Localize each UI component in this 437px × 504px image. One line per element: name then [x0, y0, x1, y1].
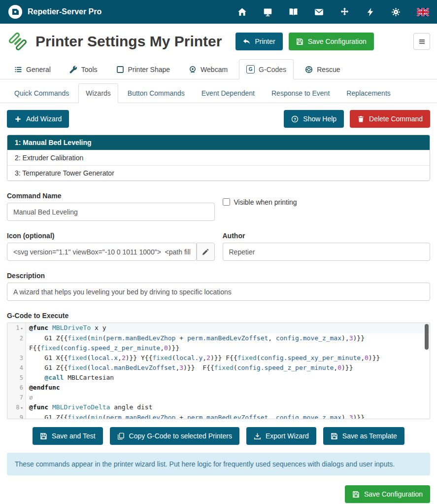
tab-label: Printer Shape: [128, 66, 170, 73]
wizard-list-item[interactable]: 2: Extruder Calibration: [7, 150, 430, 165]
app-brand[interactable]: Repetier-Server Pro: [8, 4, 101, 19]
nav-messages-button[interactable]: [314, 7, 324, 17]
pencil-icon: [202, 248, 209, 256]
code-line[interactable]: G1 Z{{fixed(min(perm.manBedLevZhop + per…: [26, 333, 430, 353]
wizard-toolbar: Add Wizard Show Help Delete Command: [0, 110, 437, 128]
button-label: Save and Test: [52, 432, 95, 440]
wizard-list-item[interactable]: 1: Manual Bed Leveling: [7, 135, 430, 150]
code-line[interactable]: ø: [26, 393, 430, 402]
tab-rescue[interactable]: Rescue: [298, 59, 347, 79]
bolt-icon: [366, 7, 375, 17]
export-wizard-button[interactable]: Export Wizard: [246, 427, 316, 445]
mail-icon: [314, 7, 324, 17]
subtab-quick-commands[interactable]: Quick Commands: [7, 83, 76, 103]
code-line[interactable]: G1 Z{{fixed(local.manBedLevZoffset,3)}} …: [26, 363, 430, 373]
nav-display-button[interactable]: [263, 7, 272, 17]
show-help-button[interactable]: Show Help: [284, 110, 344, 128]
list-icon: [14, 66, 22, 73]
wrench-icon: [69, 66, 77, 73]
gcode-label: G-Code to Execute: [7, 312, 430, 320]
save-configuration-button-bottom[interactable]: Save Configuration: [345, 485, 430, 503]
line-number: 6: [7, 383, 26, 393]
subtab-label: Wizards: [86, 89, 111, 97]
command-name-input[interactable]: [7, 203, 215, 221]
save-as-template-button[interactable]: Save as Template: [323, 427, 404, 445]
nav-fullscreen-button[interactable]: [340, 7, 349, 17]
gcode-box-icon: G: [246, 65, 255, 73]
display-icon: [263, 7, 272, 17]
save-and-test-button[interactable]: Save and Test: [33, 427, 102, 445]
gcode-editor-lines: 1▾@func MBLDriveTo x y2 G1 Z{{fixed(min(…: [7, 323, 430, 419]
nav-settings-button[interactable]: [391, 7, 401, 17]
gcode-editor[interactable]: 1▾@func MBLDriveTo x y2 G1 Z{{fixed(min(…: [7, 323, 430, 419]
line-number: 1▾: [7, 323, 26, 333]
settings-tabs: General Tools Printer Shape Webcam G G-C…: [0, 59, 437, 79]
icon-edit-button[interactable]: [197, 243, 215, 261]
code-line[interactable]: @func MBLDriveTo x y: [26, 323, 430, 333]
chain-link-icon: [7, 31, 29, 52]
subtab-label: Button Commands: [128, 89, 185, 97]
line-number: 8▾: [7, 402, 26, 413]
subtab-label: Event Dependent: [202, 89, 255, 97]
command-name-label: Command Name: [7, 192, 215, 200]
tab-tools[interactable]: Tools: [62, 59, 105, 79]
delete-command-button[interactable]: Delete Command: [350, 110, 430, 128]
line-number: 4: [7, 363, 26, 373]
description-input[interactable]: [7, 283, 430, 301]
subtab-wizards[interactable]: Wizards: [78, 83, 118, 103]
tab-label: G-Codes: [259, 66, 286, 73]
line-number: 9: [7, 413, 26, 419]
code-line[interactable]: @func MBLDriveToDelta angle dist: [26, 402, 430, 413]
wizard-form: Command Name Visible when printing Icon …: [0, 181, 437, 445]
nav-language-button[interactable]: [417, 8, 429, 16]
nav-manual-button[interactable]: [289, 7, 298, 17]
button-label: Copy G-Code to selected Printers: [129, 432, 232, 440]
icon-label: Icon (optional): [7, 232, 215, 240]
tab-general[interactable]: General: [7, 59, 58, 79]
button-label: Save Configuration: [364, 490, 423, 498]
editor-scrollbar[interactable]: [425, 324, 429, 350]
code-line[interactable]: G1 X{{fixed(local.x,2)}} Y{{fixed(local.…: [26, 353, 430, 363]
add-wizard-button[interactable]: Add Wizard: [7, 110, 69, 128]
tab-webcam[interactable]: Webcam: [181, 59, 235, 79]
subtab-replacements[interactable]: Replacements: [339, 83, 398, 103]
icon-svg-input[interactable]: [7, 243, 197, 261]
code-line[interactable]: @call MBLCartesian: [26, 373, 430, 383]
code-line[interactable]: @endfunc: [26, 383, 430, 393]
tab-label: General: [26, 66, 51, 73]
nav-power-button[interactable]: [366, 7, 375, 17]
question-icon: [291, 115, 299, 123]
info-box: These commands appear in the printer wiz…: [7, 453, 430, 475]
save-icon: [40, 432, 47, 440]
webcam-icon: [189, 66, 197, 73]
tab-printer-shape[interactable]: Printer Shape: [109, 59, 178, 79]
tab-gcodes[interactable]: G G-Codes: [239, 59, 294, 79]
nav-home-button[interactable]: [237, 7, 247, 17]
save-icon: [296, 38, 303, 45]
subtab-event-dependent[interactable]: Event Dependent: [194, 83, 262, 103]
printer-button[interactable]: Printer: [235, 33, 282, 50]
lifebuoy-icon: [305, 66, 313, 73]
top-navbar: Repetier-Server Pro: [0, 0, 437, 24]
printer-button-label: Printer: [255, 37, 275, 45]
navbar-icons: [237, 7, 429, 17]
hamburger-icon: [418, 38, 426, 45]
visible-when-printing-checkbox[interactable]: [223, 198, 230, 206]
menu-button[interactable]: [413, 33, 430, 50]
copy-gcode-button[interactable]: Copy G-Code to selected Printers: [110, 427, 239, 445]
page-title: Printer Settings My Printer: [35, 33, 222, 50]
wizard-list-item[interactable]: 3: Temperature Tower Generator: [7, 165, 430, 180]
code-line[interactable]: G1 Z{{fixed(min(perm.manBedLevZhop + per…: [26, 413, 430, 419]
trash-icon: [357, 115, 365, 123]
save-icon: [331, 432, 338, 440]
author-input[interactable]: [223, 243, 431, 261]
save-configuration-button-top[interactable]: Save Configuration: [289, 33, 374, 50]
subtab-response-to-event[interactable]: Response to Event: [264, 83, 337, 103]
subtab-button-commands[interactable]: Button Commands: [120, 83, 192, 103]
app-title: Repetier-Server Pro: [28, 7, 101, 16]
app-logo-icon: [8, 4, 23, 19]
button-label: Add Wizard: [26, 115, 62, 123]
subtab-label: Replacements: [346, 89, 391, 97]
save-button-label: Save Configuration: [308, 37, 367, 45]
author-label: Author: [223, 232, 431, 240]
